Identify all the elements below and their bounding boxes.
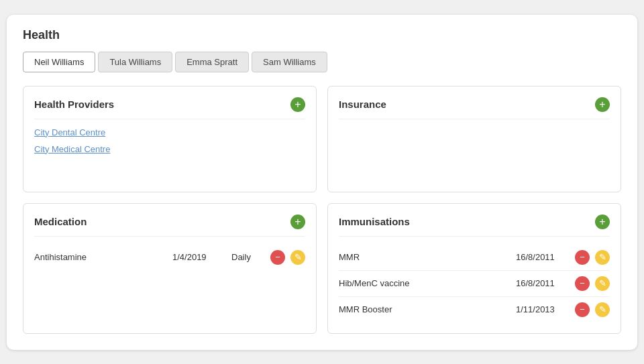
page-title: Health [23, 28, 621, 42]
immunisation-date-hib: 16/8/2011 [516, 278, 570, 288]
immunisations-title: Immunisations [339, 216, 410, 227]
app-container: Health Neil Williams Tula Williams Emma … [7, 15, 637, 350]
medication-frequency: Daily [231, 252, 265, 262]
add-health-provider-button[interactable]: + [290, 97, 305, 112]
immunisation-name-mmr: MMR [339, 252, 511, 262]
medication-card: Medication + Antihistamine 1/4/2019 Dail… [23, 203, 317, 334]
immunisation-name-mmr-booster: MMR Booster [339, 304, 511, 314]
edit-mmr-booster-button[interactable]: ✎ [595, 302, 610, 317]
immunisation-row-hib: Hib/MenC vaccine 16/8/2011 − ✎ [339, 271, 610, 297]
add-medication-button[interactable]: + [290, 215, 305, 229]
medication-header: Medication + [34, 215, 305, 237]
add-immunisation-button[interactable]: + [595, 215, 610, 229]
health-providers-card: Health Providers + City Dental Centre Ci… [23, 86, 317, 192]
insurance-body [339, 127, 610, 181]
medication-row: Antihistamine 1/4/2019 Daily − ✎ [34, 245, 305, 270]
medication-date: 1/4/2019 [172, 252, 226, 262]
tab-neil[interactable]: Neil Williams [23, 52, 95, 72]
edit-mmr-button[interactable]: ✎ [595, 250, 610, 265]
tab-emma[interactable]: Emma Spratt [175, 52, 249, 72]
immunisations-header: Immunisations + [339, 215, 610, 237]
health-providers-header: Health Providers + [34, 97, 305, 119]
immunisation-name-hib: Hib/MenC vaccine [339, 278, 511, 288]
add-insurance-button[interactable]: + [595, 97, 610, 112]
city-medical-link[interactable]: City Medical Centre [34, 144, 305, 154]
immunisation-date-mmr: 16/8/2011 [516, 252, 570, 262]
tab-tula[interactable]: Tula Williams [98, 52, 172, 72]
medication-title: Medication [34, 216, 87, 227]
tabs-bar: Neil Williams Tula Williams Emma Spratt … [23, 52, 621, 72]
health-providers-title: Health Providers [34, 99, 114, 110]
insurance-card: Insurance + [327, 86, 621, 192]
immunisations-card: Immunisations + MMR 16/8/2011 − ✎ Hib/Me… [327, 203, 621, 334]
edit-hib-button[interactable]: ✎ [595, 276, 610, 291]
delete-mmr-button[interactable]: − [575, 250, 590, 265]
insurance-title: Insurance [339, 99, 386, 110]
delete-medication-button[interactable]: − [270, 250, 285, 265]
city-dental-link[interactable]: City Dental Centre [34, 127, 305, 137]
medication-body: Antihistamine 1/4/2019 Daily − ✎ [34, 245, 305, 270]
immunisations-body: MMR 16/8/2011 − ✎ Hib/MenC vaccine 16/8/… [339, 245, 610, 322]
delete-mmr-booster-button[interactable]: − [575, 302, 590, 317]
health-providers-body: City Dental Centre City Medical Centre [34, 127, 305, 154]
medication-name: Antihistamine [34, 252, 167, 262]
tab-sam[interactable]: Sam Williams [252, 52, 327, 72]
delete-hib-button[interactable]: − [575, 276, 590, 291]
insurance-header: Insurance + [339, 97, 610, 119]
immunisation-date-mmr-booster: 1/11/2013 [516, 304, 570, 314]
immunisation-row-mmr: MMR 16/8/2011 − ✎ [339, 245, 610, 271]
cards-grid: Health Providers + City Dental Centre Ci… [23, 86, 621, 334]
edit-medication-button[interactable]: ✎ [290, 250, 305, 265]
immunisation-row-mmr-booster: MMR Booster 1/11/2013 − ✎ [339, 297, 610, 322]
